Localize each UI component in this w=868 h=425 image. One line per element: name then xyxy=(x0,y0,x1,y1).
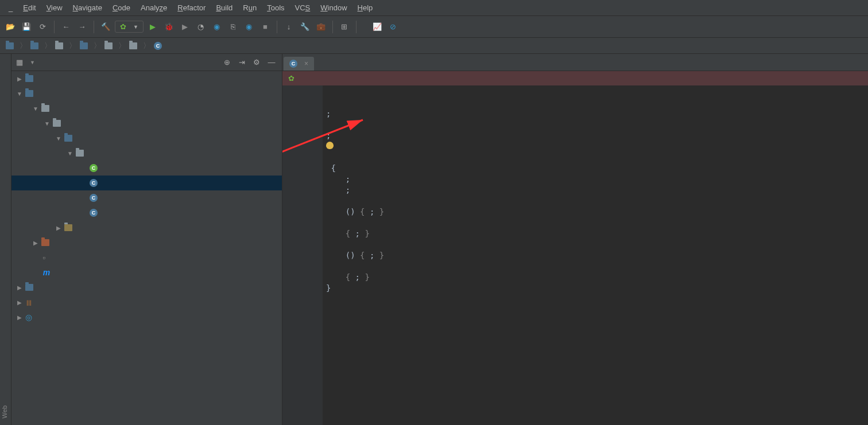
tree-folder-row[interactable]: ▼ xyxy=(11,116,282,131)
tree-libraries-row[interactable]: ▶⫼ xyxy=(11,295,282,310)
project-scope-icon: ▦ xyxy=(16,58,23,67)
dashboard-icon[interactable]: ◉ xyxy=(210,20,224,34)
briefcase-icon[interactable]: 💼 xyxy=(314,20,328,34)
class-icon: C xyxy=(90,209,98,217)
stop-icon[interactable]: ■ xyxy=(258,20,272,34)
project-panel-header: ▦ ▼ ⊕ ⇥ ⚙ — xyxy=(11,54,282,71)
debug-icon[interactable]: 🐞 xyxy=(162,20,176,34)
bc-main[interactable] xyxy=(53,42,68,49)
module-icon xyxy=(25,284,33,291)
tree-module-row[interactable]: ▼ xyxy=(11,86,282,101)
structure-icon[interactable]: ⊞ xyxy=(338,20,351,34)
tool-project[interactable] xyxy=(0,57,11,64)
folder-icon xyxy=(104,42,113,49)
intention-bulb-icon[interactable] xyxy=(326,142,334,149)
menu-code[interactable]: Code xyxy=(108,2,134,14)
block-icon[interactable]: ⊘ xyxy=(386,20,400,34)
menu-vcs[interactable]: VCS xyxy=(291,2,315,14)
open-icon[interactable]: 📂 xyxy=(3,20,17,34)
tree-file-row[interactable]: m xyxy=(11,265,282,280)
code-editor[interactable]: ; ; { ; ; () { ; } { ; } () { ; } { ; } … xyxy=(282,85,868,425)
tree-folder-row[interactable]: ▼ xyxy=(11,131,282,146)
menu-tools[interactable]: Tools xyxy=(263,2,288,14)
locate-icon[interactable]: ⊕ xyxy=(221,57,232,68)
save-icon[interactable]: 💾 xyxy=(20,20,33,34)
bc-java[interactable] xyxy=(78,42,92,49)
vcs-update-icon[interactable]: ↓ xyxy=(282,20,296,34)
clock-icon[interactable]: ◉ xyxy=(242,20,256,34)
project-scope-dropdown[interactable]: ▼ xyxy=(26,60,218,65)
editor-area: C × ✿ ; ; { ; ; () { ; } { ; } () { ; } … xyxy=(282,54,868,425)
module-icon xyxy=(25,90,33,97)
tree-class-row[interactable]: C xyxy=(11,161,282,176)
tree-file-row[interactable]: ▫ xyxy=(11,250,282,265)
bc-clover[interactable] xyxy=(127,42,142,49)
target-folder-icon xyxy=(41,239,49,246)
run-icon[interactable]: ▶ xyxy=(146,20,160,34)
menu-analyze[interactable]: Analyze xyxy=(137,2,171,14)
tree-package-row[interactable]: ▼ xyxy=(11,146,282,161)
tool-web[interactable]: Web xyxy=(0,402,11,422)
chart-icon[interactable]: 📈 xyxy=(370,20,384,34)
run-config-dropdown[interactable]: ✿ ▼ xyxy=(115,21,144,33)
tree-class-row[interactable]: C xyxy=(11,190,282,205)
menu-edit[interactable]: Edit xyxy=(19,2,40,14)
folder-icon xyxy=(55,42,63,49)
main-toolbar: 📂 💾 ⟳ ← → 🔨 ✿ ▼ ▶ 🐞 ▶ ◔ ◉ ⎘ ◉ ■ ↓ 🔧 💼 ⊞ … xyxy=(0,16,868,38)
package-icon xyxy=(76,150,84,157)
menu-view[interactable]: View xyxy=(42,2,67,14)
back-icon[interactable]: ← xyxy=(59,20,73,34)
menu-bar: _ Edit View Navigate Code Analyze Refact… xyxy=(0,0,868,16)
tree-module-row[interactable]: ▶ xyxy=(11,280,282,295)
menu-build[interactable]: Build xyxy=(212,2,237,14)
spring-icon: ✿ xyxy=(120,22,126,31)
project-tree[interactable]: ▶ ▼ ▼ ▼ ▼ ▼ C C C C ▶ ▶ ▫ m ▶ ▶⫼ ▶◎ xyxy=(11,71,282,425)
spring-icon: ✿ xyxy=(288,74,294,83)
run-coverage-icon[interactable]: ▶ xyxy=(178,20,192,34)
menu-window[interactable]: Window xyxy=(316,2,351,14)
folder-icon xyxy=(30,42,38,49)
class-icon: C xyxy=(289,60,297,68)
class-icon: C xyxy=(90,164,98,172)
tree-class-row-selected[interactable]: C xyxy=(11,176,282,190)
iml-file-icon: ▫ xyxy=(42,253,45,262)
tree-module-row[interactable]: ▶ xyxy=(11,71,282,86)
tree-folder-row[interactable]: ▶ xyxy=(11,235,282,250)
hide-icon[interactable]: — xyxy=(266,57,277,68)
tree-class-row[interactable]: C xyxy=(11,205,282,220)
attach-icon[interactable]: ⎘ xyxy=(226,20,240,34)
scratches-icon: ◎ xyxy=(25,313,32,322)
sync-icon[interactable]: ⟳ xyxy=(36,20,49,34)
collapse-icon[interactable]: ⇥ xyxy=(236,57,247,68)
library-icon: ⫼ xyxy=(25,298,33,307)
profiler-icon[interactable]: ◔ xyxy=(194,20,208,34)
menu-help[interactable]: Help xyxy=(354,2,377,14)
tree-folder-row[interactable]: ▼ xyxy=(11,101,282,116)
gear-icon[interactable]: ⚙ xyxy=(251,57,262,68)
close-tab-icon[interactable]: × xyxy=(304,60,308,68)
menu-navigate[interactable]: Navigate xyxy=(69,2,106,14)
menu-refactor[interactable]: Refactor xyxy=(173,2,210,14)
project-tool-window: ▦ ▼ ⊕ ⇥ ⚙ — ▶ ▼ ▼ ▼ ▼ ▼ C C C C ▶ ▶ ▫ m … xyxy=(11,54,282,425)
navigation-bar: 〉 〉 〉 〉 〉 〉 C xyxy=(0,38,868,54)
editor-tab[interactable]: C × xyxy=(284,57,314,71)
warning-banner[interactable]: ✿ xyxy=(282,71,868,85)
forward-icon[interactable]: → xyxy=(75,20,89,34)
menu-file[interactable]: _ xyxy=(5,2,17,14)
gutter-marks xyxy=(311,85,323,425)
chevron-down-icon: ▼ xyxy=(133,24,138,30)
module-icon xyxy=(25,75,33,82)
bc-class[interactable]: C xyxy=(152,42,166,50)
tree-scratches-row[interactable]: ▶◎ xyxy=(11,310,282,325)
source-folder-icon xyxy=(64,135,72,142)
tree-folder-row[interactable]: ▶ xyxy=(11,220,282,235)
class-icon: C xyxy=(90,179,98,187)
build-icon[interactable]: 🔨 xyxy=(99,20,113,34)
bc-module[interactable] xyxy=(3,42,18,49)
folder-icon xyxy=(41,105,49,112)
wrench-icon[interactable]: 🔧 xyxy=(298,20,312,34)
code-content[interactable]: ; ; { ; ; () { ; } { ; } () { ; } { ; } … xyxy=(323,85,868,425)
bc-src[interactable] xyxy=(28,42,43,49)
menu-run[interactable]: Run xyxy=(239,2,261,14)
bc-com[interactable] xyxy=(102,42,117,49)
